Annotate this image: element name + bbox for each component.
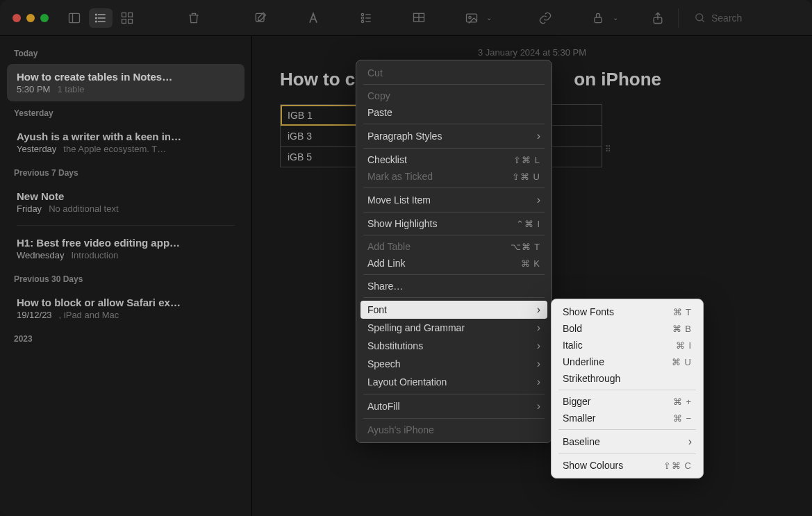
- note-item-title: How to create tables in Notes…: [17, 71, 235, 83]
- fullscreen-window[interactable]: [40, 14, 49, 22]
- table-cell[interactable]: IGB 1: [281, 105, 363, 126]
- submenu-item[interactable]: Bigger⌘ +: [552, 393, 703, 410]
- menu-item[interactable]: Add Link⌘ K: [356, 255, 552, 272]
- menu-item[interactable]: Speech: [356, 355, 552, 373]
- svg-rect-24: [595, 17, 602, 22]
- menu-item: Ayush's iPhone: [356, 422, 552, 438]
- note-item-title: H1: Best free video editing app…: [17, 237, 235, 249]
- note-item-preview: No additional text: [49, 203, 118, 214]
- trash-icon[interactable]: [182, 8, 206, 28]
- svg-line-27: [702, 19, 704, 22]
- note-list-item[interactable]: Ayush is a writer with a keen in…Yesterd…: [7, 124, 245, 161]
- menu-item[interactable]: Paragraph Styles: [356, 127, 552, 145]
- svg-rect-9: [129, 13, 133, 17]
- submenu-item[interactable]: Italic⌘ I: [552, 337, 703, 353]
- svg-point-17: [361, 20, 363, 22]
- note-item-preview: , iPad and Mac: [59, 310, 119, 320]
- svg-rect-11: [129, 19, 133, 23]
- window-controls: [13, 14, 49, 22]
- note-item-title: How to block or allow Safari ex…: [17, 297, 235, 308]
- column-handle-icon[interactable]: ⠿: [597, 144, 618, 154]
- section-header: Yesterday: [7, 103, 245, 122]
- menu-item: Cut: [356, 65, 552, 81]
- close-window[interactable]: [13, 14, 21, 22]
- note-item-time: 5:30 PM: [17, 84, 50, 94]
- svg-point-15: [361, 17, 363, 19]
- text-style-icon[interactable]: [301, 8, 325, 28]
- note-item-title: New Note: [17, 190, 235, 202]
- submenu-item[interactable]: Show Colours⇧⌘ C: [552, 457, 703, 474]
- table-cell[interactable]: iGB 5: [281, 147, 363, 167]
- note-list-item[interactable]: H1: Best free video editing app…Wednesda…: [7, 230, 245, 267]
- section-header: Today: [7, 43, 245, 63]
- svg-point-7: [96, 21, 97, 22]
- submenu-item[interactable]: Show Fonts⌘ T: [552, 303, 703, 320]
- submenu-item[interactable]: Bold⌘ B: [552, 320, 703, 337]
- note-list-item[interactable]: How to create tables in Notes…5:30 PM1 t…: [7, 64, 245, 101]
- svg-point-6: [96, 17, 97, 19]
- note-list-item[interactable]: How to block or allow Safari ex…19/12/23…: [7, 290, 245, 327]
- menu-item[interactable]: Substitutions: [356, 337, 552, 355]
- toolbar: ⌄ ⌄ Search: [0, 0, 812, 36]
- menu-item: Copy: [356, 88, 552, 104]
- table-icon[interactable]: [407, 8, 431, 28]
- svg-point-26: [696, 14, 703, 21]
- search-field[interactable]: Search: [694, 12, 742, 24]
- svg-rect-8: [122, 13, 126, 17]
- checklist-icon[interactable]: [354, 8, 378, 28]
- submenu-item[interactable]: Baseline: [552, 433, 703, 451]
- minimize-window[interactable]: [26, 14, 35, 22]
- note-item-preview: Introduction: [71, 250, 118, 260]
- svg-point-13: [361, 13, 363, 15]
- note-item-preview: the Apple ecosystem. T…: [63, 144, 166, 154]
- svg-point-23: [469, 16, 471, 18]
- chevron-down-icon[interactable]: ⌄: [486, 14, 492, 22]
- context-menu[interactable]: CutCopyPasteParagraph StylesChecklist⇧⌘ …: [356, 60, 552, 443]
- menu-item[interactable]: Layout Orientation: [356, 373, 552, 391]
- lock-icon[interactable]: [586, 8, 610, 28]
- note-list-item[interactable]: New NoteFridayNo additional text: [7, 183, 245, 221]
- menu-item[interactable]: Paste: [356, 104, 552, 121]
- note-item-time: Friday: [17, 203, 42, 214]
- menu-item[interactable]: Move List Item: [356, 191, 552, 209]
- chevron-down-icon[interactable]: ⌄: [613, 14, 618, 22]
- menu-item[interactable]: Font: [361, 301, 547, 319]
- font-submenu[interactable]: Show Fonts⌘ TBold⌘ BItalic⌘ IUnderline⌘ …: [551, 299, 704, 478]
- menu-item: Add Table⌥⌘ T: [356, 238, 552, 255]
- search-icon: [694, 12, 706, 24]
- svg-rect-0: [69, 13, 80, 22]
- table-cell[interactable]: iGB 3: [281, 126, 363, 147]
- search-placeholder: Search: [711, 13, 742, 24]
- link-icon[interactable]: [533, 8, 557, 28]
- note-item-preview: 1 table: [57, 84, 84, 94]
- menu-item[interactable]: Spelling and Grammar: [356, 319, 552, 337]
- compose-icon[interactable]: [249, 8, 272, 28]
- section-header: Previous 30 Days: [7, 269, 245, 288]
- section-header: 2023: [7, 328, 245, 348]
- submenu-item[interactable]: Underline⌘ U: [552, 353, 703, 370]
- share-icon[interactable]: [646, 8, 670, 28]
- note-item-time: Yesterday: [17, 144, 56, 154]
- grid-view-icon[interactable]: [115, 8, 139, 28]
- list-view-icon[interactable]: [89, 8, 113, 28]
- media-icon[interactable]: [460, 8, 483, 28]
- svg-rect-10: [122, 19, 126, 23]
- notes-list[interactable]: TodayHow to create tables in Notes…5:30 …: [0, 36, 252, 516]
- svg-point-5: [96, 14, 97, 15]
- menu-item: Mark as Ticked⇧⌘ U: [356, 168, 552, 185]
- note-item-time: Wednesday: [17, 250, 64, 260]
- toggle-sidebar-icon[interactable]: [63, 8, 86, 28]
- menu-item[interactable]: Share…: [356, 278, 552, 294]
- menu-item[interactable]: AutoFill: [356, 397, 552, 415]
- section-header: Previous 7 Days: [7, 163, 245, 182]
- note-item-title: Ayush is a writer with a keen in…: [17, 131, 235, 142]
- submenu-item[interactable]: Smaller⌘ −: [552, 410, 703, 426]
- menu-item[interactable]: Checklist⇧⌘ L: [356, 151, 552, 168]
- menu-item[interactable]: Show Highlights⌃⌘ I: [356, 215, 552, 232]
- submenu-item[interactable]: Strikethrough: [552, 370, 703, 387]
- note-item-time: 19/12/23: [17, 310, 52, 320]
